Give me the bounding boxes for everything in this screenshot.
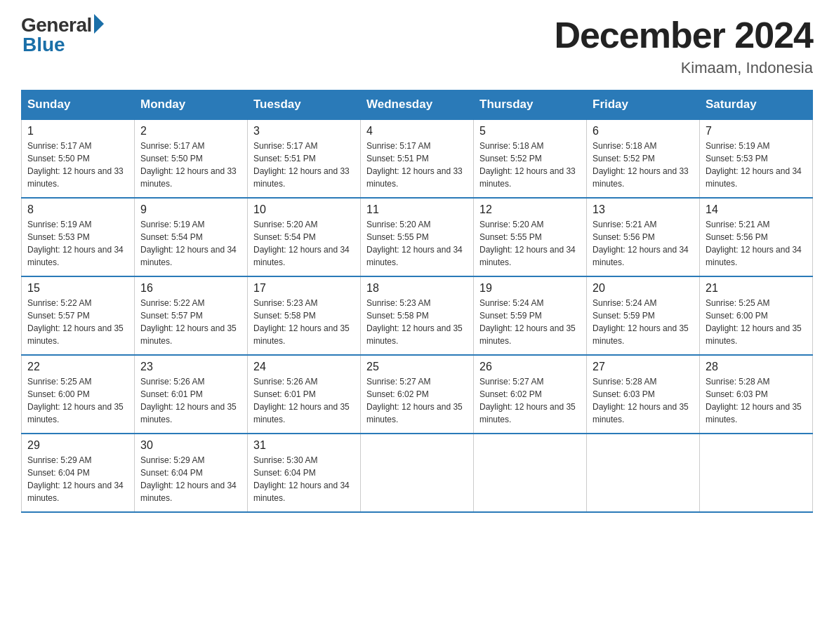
day-number: 5 — [479, 125, 581, 137]
logo-blue-text: Blue — [22, 34, 65, 56]
day-info: Sunrise: 5:19 AMSunset: 5:53 PMDaylight:… — [27, 218, 128, 269]
header-thursday: Thursday — [474, 90, 587, 120]
day-number: 31 — [253, 439, 355, 452]
day-number: 17 — [253, 282, 355, 295]
calendar-table: SundayMondayTuesdayWednesdayThursdayFrid… — [21, 90, 813, 513]
calendar-cell: 30Sunrise: 5:29 AMSunset: 6:04 PMDayligh… — [135, 434, 248, 512]
day-number: 6 — [593, 125, 694, 137]
day-number: 2 — [140, 125, 241, 137]
calendar-week-row: 29Sunrise: 5:29 AMSunset: 6:04 PMDayligh… — [22, 434, 813, 512]
day-info: Sunrise: 5:23 AMSunset: 5:58 PMDaylight:… — [253, 297, 355, 347]
day-number: 11 — [366, 203, 468, 216]
header-saturday: Saturday — [700, 90, 813, 120]
calendar-week-row: 22Sunrise: 5:25 AMSunset: 6:00 PMDayligh… — [22, 355, 813, 434]
title-area: December 2024 Kimaam, Indonesia — [554, 14, 813, 77]
calendar-cell: 19Sunrise: 5:24 AMSunset: 5:59 PMDayligh… — [474, 276, 587, 355]
day-number: 22 — [27, 361, 128, 373]
day-info: Sunrise: 5:20 AMSunset: 5:54 PMDaylight:… — [253, 218, 355, 269]
calendar-cell: 18Sunrise: 5:23 AMSunset: 5:58 PMDayligh… — [361, 276, 474, 355]
calendar-cell: 2Sunrise: 5:17 AMSunset: 5:50 PMDaylight… — [135, 119, 248, 198]
calendar-week-row: 8Sunrise: 5:19 AMSunset: 5:53 PMDaylight… — [22, 198, 813, 276]
calendar-cell: 1Sunrise: 5:17 AMSunset: 5:50 PMDaylight… — [22, 119, 135, 198]
day-info: Sunrise: 5:17 AMSunset: 5:50 PMDaylight:… — [27, 140, 128, 190]
day-number: 15 — [27, 282, 128, 295]
day-info: Sunrise: 5:21 AMSunset: 5:56 PMDaylight:… — [706, 218, 807, 269]
day-number: 28 — [706, 361, 807, 373]
day-info: Sunrise: 5:18 AMSunset: 5:52 PMDaylight:… — [593, 140, 694, 190]
day-number: 14 — [706, 203, 807, 216]
calendar-cell: 26Sunrise: 5:27 AMSunset: 6:02 PMDayligh… — [474, 355, 587, 434]
day-info: Sunrise: 5:20 AMSunset: 5:55 PMDaylight:… — [366, 218, 468, 269]
calendar-cell — [361, 434, 474, 512]
day-number: 26 — [479, 361, 581, 373]
header-tuesday: Tuesday — [248, 90, 361, 120]
header-monday: Monday — [135, 90, 248, 120]
day-info: Sunrise: 5:26 AMSunset: 6:01 PMDaylight:… — [140, 375, 241, 426]
calendar-cell: 8Sunrise: 5:19 AMSunset: 5:53 PMDaylight… — [22, 198, 135, 276]
calendar-cell: 9Sunrise: 5:19 AMSunset: 5:54 PMDaylight… — [135, 198, 248, 276]
day-info: Sunrise: 5:22 AMSunset: 5:57 PMDaylight:… — [27, 297, 128, 347]
day-info: Sunrise: 5:23 AMSunset: 5:58 PMDaylight:… — [366, 297, 468, 347]
day-number: 19 — [479, 282, 581, 295]
calendar-cell: 4Sunrise: 5:17 AMSunset: 5:51 PMDaylight… — [361, 119, 474, 198]
calendar-cell: 5Sunrise: 5:18 AMSunset: 5:52 PMDaylight… — [474, 119, 587, 198]
calendar-cell: 20Sunrise: 5:24 AMSunset: 5:59 PMDayligh… — [587, 276, 700, 355]
day-info: Sunrise: 5:29 AMSunset: 6:04 PMDaylight:… — [27, 454, 128, 504]
calendar-cell: 29Sunrise: 5:29 AMSunset: 6:04 PMDayligh… — [22, 434, 135, 512]
day-info: Sunrise: 5:17 AMSunset: 5:50 PMDaylight:… — [140, 140, 241, 190]
calendar-cell: 21Sunrise: 5:25 AMSunset: 6:00 PMDayligh… — [700, 276, 813, 355]
day-info: Sunrise: 5:22 AMSunset: 5:57 PMDaylight:… — [140, 297, 241, 347]
calendar-cell: 3Sunrise: 5:17 AMSunset: 5:51 PMDaylight… — [248, 119, 361, 198]
day-number: 10 — [253, 203, 355, 216]
day-info: Sunrise: 5:27 AMSunset: 6:02 PMDaylight:… — [366, 375, 468, 426]
day-info: Sunrise: 5:30 AMSunset: 6:04 PMDaylight:… — [253, 454, 355, 504]
day-info: Sunrise: 5:27 AMSunset: 6:02 PMDaylight:… — [479, 375, 581, 426]
day-number: 8 — [27, 203, 128, 216]
header-friday: Friday — [587, 90, 700, 120]
day-info: Sunrise: 5:28 AMSunset: 6:03 PMDaylight:… — [593, 375, 694, 426]
logo-arrow-icon — [94, 14, 104, 34]
day-info: Sunrise: 5:18 AMSunset: 5:52 PMDaylight:… — [479, 140, 581, 190]
calendar-cell: 13Sunrise: 5:21 AMSunset: 5:56 PMDayligh… — [587, 198, 700, 276]
calendar-cell: 6Sunrise: 5:18 AMSunset: 5:52 PMDaylight… — [587, 119, 700, 198]
day-number: 9 — [140, 203, 241, 216]
day-number: 30 — [140, 439, 241, 452]
logo: General Blue — [21, 14, 104, 56]
header-wednesday: Wednesday — [361, 90, 474, 120]
calendar-cell: 14Sunrise: 5:21 AMSunset: 5:56 PMDayligh… — [700, 198, 813, 276]
day-info: Sunrise: 5:24 AMSunset: 5:59 PMDaylight:… — [479, 297, 581, 347]
calendar-cell: 22Sunrise: 5:25 AMSunset: 6:00 PMDayligh… — [22, 355, 135, 434]
header: General Blue December 2024 Kimaam, Indon… — [21, 14, 813, 77]
day-number: 4 — [366, 125, 468, 137]
header-sunday: Sunday — [22, 90, 135, 120]
calendar-cell: 12Sunrise: 5:20 AMSunset: 5:55 PMDayligh… — [474, 198, 587, 276]
day-number: 23 — [140, 361, 241, 373]
day-number: 18 — [366, 282, 468, 295]
day-info: Sunrise: 5:20 AMSunset: 5:55 PMDaylight:… — [479, 218, 581, 269]
day-number: 12 — [479, 203, 581, 216]
calendar-week-row: 1Sunrise: 5:17 AMSunset: 5:50 PMDaylight… — [22, 119, 813, 198]
calendar-cell: 27Sunrise: 5:28 AMSunset: 6:03 PMDayligh… — [587, 355, 700, 434]
day-number: 1 — [27, 125, 128, 137]
day-info: Sunrise: 5:19 AMSunset: 5:54 PMDaylight:… — [140, 218, 241, 269]
calendar-cell — [474, 434, 587, 512]
day-info: Sunrise: 5:17 AMSunset: 5:51 PMDaylight:… — [253, 140, 355, 190]
day-number: 20 — [593, 282, 694, 295]
day-number: 3 — [253, 125, 355, 137]
day-info: Sunrise: 5:19 AMSunset: 5:53 PMDaylight:… — [706, 140, 807, 190]
calendar-cell: 11Sunrise: 5:20 AMSunset: 5:55 PMDayligh… — [361, 198, 474, 276]
day-number: 27 — [593, 361, 694, 373]
calendar-cell: 7Sunrise: 5:19 AMSunset: 5:53 PMDaylight… — [700, 119, 813, 198]
day-info: Sunrise: 5:26 AMSunset: 6:01 PMDaylight:… — [253, 375, 355, 426]
day-number: 13 — [593, 203, 694, 216]
day-info: Sunrise: 5:29 AMSunset: 6:04 PMDaylight:… — [140, 454, 241, 504]
day-info: Sunrise: 5:28 AMSunset: 6:03 PMDaylight:… — [706, 375, 807, 426]
day-number: 24 — [253, 361, 355, 373]
day-number: 7 — [706, 125, 807, 137]
calendar-cell: 10Sunrise: 5:20 AMSunset: 5:54 PMDayligh… — [248, 198, 361, 276]
calendar-cell: 17Sunrise: 5:23 AMSunset: 5:58 PMDayligh… — [248, 276, 361, 355]
calendar-cell: 15Sunrise: 5:22 AMSunset: 5:57 PMDayligh… — [22, 276, 135, 355]
calendar-cell: 31Sunrise: 5:30 AMSunset: 6:04 PMDayligh… — [248, 434, 361, 512]
calendar-header-row: SundayMondayTuesdayWednesdayThursdayFrid… — [22, 90, 813, 120]
calendar-cell: 24Sunrise: 5:26 AMSunset: 6:01 PMDayligh… — [248, 355, 361, 434]
